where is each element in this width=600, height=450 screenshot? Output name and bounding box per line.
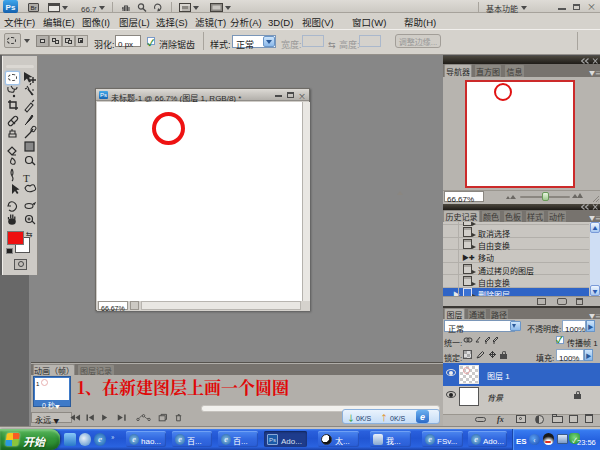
svg-text:T: T xyxy=(23,172,30,184)
